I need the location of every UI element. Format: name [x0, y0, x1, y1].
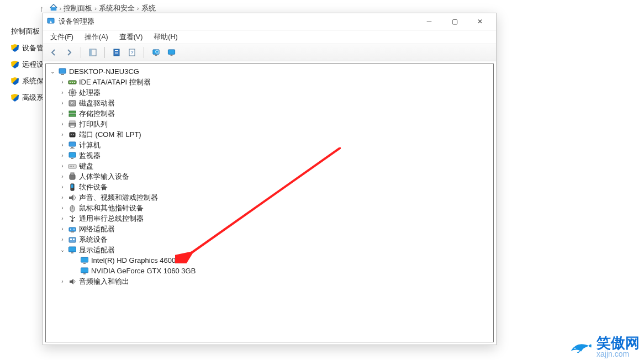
- svg-rect-56: [74, 217, 75, 218]
- svg-rect-42: [69, 152, 76, 157]
- scan-hardware-button[interactable]: [150, 46, 162, 59]
- svg-rect-65: [71, 252, 73, 253]
- software-icon: [68, 183, 77, 192]
- tree-category[interactable]: ›端口 (COM 和 LPT): [47, 129, 492, 140]
- toolbar-separator: [104, 47, 105, 58]
- chevron-right-icon: ›: [60, 5, 62, 12]
- expand-icon[interactable]: ›: [59, 215, 66, 221]
- svg-rect-58: [71, 231, 74, 232]
- device-manager-window: 设备管理器 ─ ▢ ✕ 文件(F) 操作(A) 查看(V) 帮助(H) ?: [43, 13, 497, 345]
- tree-category[interactable]: ›声音、视频和游戏控制器: [47, 192, 492, 203]
- breadcrumb-item[interactable]: 控制面板: [64, 3, 92, 13]
- tree-category[interactable]: ›系统设备: [47, 234, 492, 245]
- expand-icon[interactable]: ›: [59, 121, 66, 127]
- expand-icon[interactable]: ›: [59, 131, 66, 137]
- svg-rect-61: [69, 237, 76, 242]
- svg-rect-7: [115, 54, 118, 54]
- devices-printers-button[interactable]: [165, 46, 177, 59]
- printer-icon: [68, 120, 77, 129]
- menu-action[interactable]: 操作(A): [83, 31, 110, 43]
- network-icon: [68, 225, 77, 234]
- tree-category-label: 鼠标和其他指针设备: [79, 203, 144, 213]
- tree-device[interactable]: NVIDIA GeForce GTX 1060 3GB: [47, 266, 492, 276]
- expand-icon[interactable]: ›: [59, 142, 66, 148]
- tree-category[interactable]: ›鼠标和其他指针设备: [47, 203, 492, 213]
- tree-category[interactable]: ›通用串行总线控制器: [47, 213, 492, 224]
- tree-category-label: 键盘: [79, 161, 93, 171]
- expand-icon[interactable]: ›: [59, 110, 66, 117]
- breadcrumb-item[interactable]: 系统: [141, 3, 156, 13]
- ide-icon: [68, 78, 77, 87]
- properties-button[interactable]: [110, 46, 123, 59]
- expand-icon[interactable]: ›: [59, 163, 66, 169]
- tree-category[interactable]: ›磁盘驱动器: [47, 98, 492, 108]
- tree-category[interactable]: ›计算机: [47, 140, 492, 150]
- tree-category[interactable]: ›存储控制器: [47, 108, 492, 119]
- maximize-button[interactable]: ▢: [442, 13, 467, 30]
- minimize-button[interactable]: ─: [416, 13, 442, 30]
- chevron-right-icon: ›: [137, 5, 139, 12]
- watermark-brand: 笑傲网: [597, 336, 640, 350]
- svg-rect-62: [70, 239, 72, 240]
- expand-icon[interactable]: ›: [59, 226, 66, 232]
- shield-icon: [11, 61, 19, 68]
- collapse-icon[interactable]: ⌄: [49, 68, 56, 75]
- svg-rect-66: [81, 257, 88, 262]
- expand-icon[interactable]: ›: [59, 79, 66, 85]
- svg-rect-47: [73, 166, 74, 167]
- back-button[interactable]: [47, 46, 60, 59]
- tree-category[interactable]: ›人体学输入设备: [47, 171, 492, 182]
- tree-category-label: 声音、视频和游戏控制器: [79, 193, 158, 203]
- tree-category[interactable]: ›处理器: [47, 87, 492, 98]
- tree-category-label: 存储控制器: [79, 109, 115, 119]
- expand-icon[interactable]: ›: [59, 184, 66, 190]
- forward-button[interactable]: [63, 46, 75, 59]
- hid-icon: [68, 172, 77, 181]
- device-tree[interactable]: ⌄ DESKTOP-NJEU3CG ›IDE ATA/ATAPI 控制器›处理器…: [45, 63, 494, 342]
- svg-rect-57: [69, 227, 76, 231]
- tree-category[interactable]: ›打印队列: [47, 119, 492, 129]
- expand-icon[interactable]: ›: [59, 89, 66, 96]
- expand-icon[interactable]: ›: [59, 173, 66, 179]
- show-hide-console-tree-button[interactable]: [87, 46, 99, 59]
- breadcrumb-item[interactable]: 系统和安全: [99, 3, 135, 13]
- svg-rect-69: [83, 273, 86, 274]
- expand-icon[interactable]: ›: [59, 152, 66, 158]
- sound-icon: [68, 193, 77, 202]
- home-icon[interactable]: [50, 4, 57, 13]
- svg-point-37: [71, 134, 72, 135]
- tree-category[interactable]: ›音频输入和输出: [47, 276, 492, 287]
- app-icon: [46, 17, 55, 26]
- disk-icon: [68, 99, 77, 108]
- up-icon[interactable]: ↑: [40, 4, 44, 13]
- watermark-domain: xajjn.com: [597, 350, 629, 358]
- svg-rect-31: [69, 111, 76, 113]
- expand-icon[interactable]: ›: [59, 236, 66, 242]
- breadcrumb[interactable]: ↑ › 控制面板 › 系统和安全 › 系统: [40, 3, 156, 13]
- tree-category[interactable]: ›软件设备: [47, 182, 492, 192]
- svg-rect-32: [69, 114, 76, 117]
- menu-help[interactable]: 帮助(H): [152, 31, 179, 43]
- svg-rect-46: [71, 166, 72, 167]
- collapse-icon[interactable]: ⌄: [59, 247, 66, 253]
- tree-category[interactable]: ›IDE ATA/ATAPI 控制器: [47, 77, 492, 87]
- expand-icon[interactable]: ›: [59, 100, 66, 106]
- keyboard-icon: [68, 162, 77, 171]
- tree-category-label: 监视器: [79, 151, 101, 161]
- tree-category[interactable]: ›键盘: [47, 161, 492, 171]
- titlebar[interactable]: 设备管理器 ─ ▢ ✕: [43, 13, 496, 30]
- tree-category[interactable]: ›监视器: [47, 150, 492, 161]
- tree-category[interactable]: ⌄显示适配器: [47, 245, 492, 255]
- expand-icon[interactable]: ›: [59, 194, 66, 200]
- expand-icon[interactable]: ›: [59, 205, 66, 211]
- close-button[interactable]: ✕: [467, 13, 493, 30]
- menu-file[interactable]: 文件(F): [49, 31, 75, 43]
- svg-rect-49: [71, 173, 74, 175]
- display-icon: [68, 246, 77, 255]
- expand-icon[interactable]: ›: [59, 278, 66, 284]
- menu-view[interactable]: 查看(V): [118, 31, 145, 43]
- tree-category[interactable]: ›网络适配器: [47, 224, 492, 234]
- help-button[interactable]: ?: [126, 46, 138, 59]
- tree-root[interactable]: ⌄ DESKTOP-NJEU3CG: [47, 66, 492, 77]
- tree-device[interactable]: Intel(R) HD Graphics 4600: [47, 255, 492, 266]
